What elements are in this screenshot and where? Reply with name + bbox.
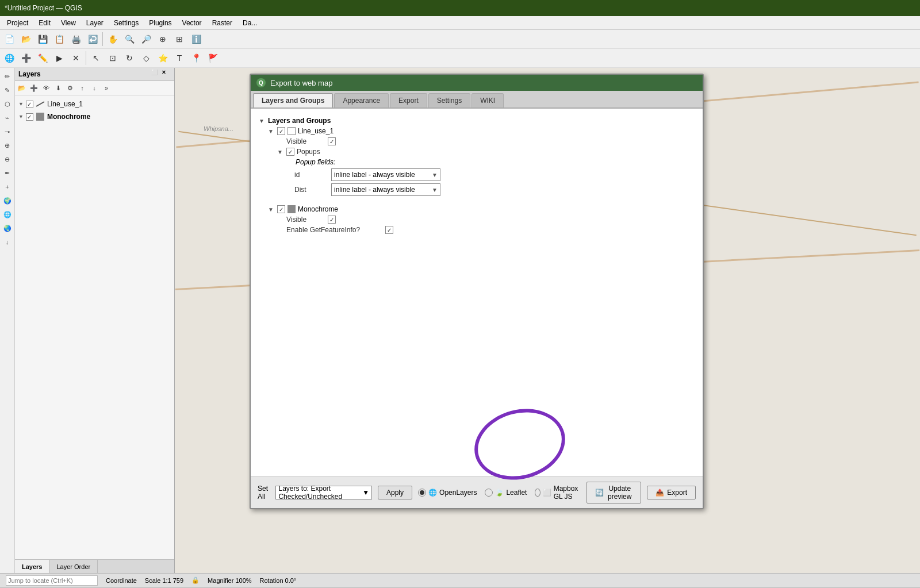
- gfi-label: Enable GetFeatureInfo?: [286, 226, 378, 234]
- zoom-full-button[interactable]: ⊕: [155, 31, 171, 47]
- settings-layer-icon[interactable]: ⚙: [64, 82, 76, 94]
- sort-down-icon[interactable]: ↓: [89, 82, 100, 94]
- zoom-layer-button[interactable]: ⊞: [171, 31, 187, 47]
- tab-layers[interactable]: Layers: [15, 560, 49, 573]
- openlayers-radio[interactable]: [418, 489, 426, 497]
- tab-settings[interactable]: Settings: [428, 93, 470, 107]
- update-preview-button[interactable]: 🔄 Update preview: [586, 482, 641, 504]
- openlayers-icon: 🌐: [428, 489, 437, 497]
- edit-icon[interactable]: ✎: [1, 84, 14, 97]
- split-icon[interactable]: ⊸: [1, 125, 14, 138]
- globe3-icon[interactable]: 🌐: [1, 208, 14, 221]
- tab-appearance[interactable]: Appearance: [334, 93, 389, 107]
- filter-layer-icon[interactable]: ⬇: [52, 82, 64, 94]
- plus-circle-icon[interactable]: ⊕: [1, 139, 14, 152]
- flag-button[interactable]: 🚩: [205, 50, 221, 66]
- arrow-down-icon[interactable]: ↓: [1, 236, 14, 248]
- vertex-button[interactable]: ◇: [138, 50, 154, 66]
- add-group-icon[interactable]: ➕: [28, 82, 40, 94]
- visible-checkbox[interactable]: ✓: [328, 137, 336, 145]
- popups-expander[interactable]: ▼: [276, 148, 284, 156]
- rotate-button[interactable]: ↻: [121, 50, 137, 66]
- add-layer-button[interactable]: ➕: [18, 50, 34, 66]
- digitize-button[interactable]: ✏️: [34, 50, 51, 66]
- warp-icon[interactable]: ⌁: [1, 112, 14, 124]
- mono-expander-btn[interactable]: ▼: [267, 205, 275, 213]
- minus-circle-icon[interactable]: ⊖: [1, 153, 14, 166]
- plus-icon[interactable]: +: [1, 180, 14, 193]
- layer1-checkbox[interactable]: [26, 101, 33, 108]
- menu-raster[interactable]: Raster: [208, 18, 237, 28]
- expand-layers-button[interactable]: ⬜: [151, 70, 160, 79]
- menu-project[interactable]: Project: [2, 18, 33, 28]
- apply-button[interactable]: Apply: [378, 486, 412, 499]
- tab-export[interactable]: Export: [390, 93, 427, 107]
- menu-edit[interactable]: Edit: [34, 18, 55, 28]
- popups-checked[interactable]: ✓: [286, 148, 294, 156]
- line-expander[interactable]: ▼: [267, 127, 275, 135]
- tab-wiki[interactable]: WIKI: [471, 93, 504, 107]
- globe2-icon[interactable]: 🌍: [1, 194, 14, 207]
- tab-layer-order[interactable]: Layer Order: [49, 560, 98, 573]
- menu-plugins[interactable]: Plugins: [144, 18, 176, 28]
- pencil-icon[interactable]: ✒: [1, 167, 14, 179]
- annotation-button[interactable]: 📍: [188, 50, 204, 66]
- save-as-button[interactable]: 📋: [51, 31, 67, 47]
- globe4-icon[interactable]: 🌏: [1, 222, 14, 235]
- title-bar: *Untitled Project — QGIS: [0, 0, 920, 16]
- dist-dropdown[interactable]: inline label - always visible ▼: [331, 183, 440, 196]
- id-dropdown[interactable]: inline label - always visible ▼: [331, 168, 440, 181]
- openlayers-option[interactable]: 🌐 OpenLayers: [418, 489, 477, 497]
- sort-up-icon[interactable]: ↑: [76, 82, 88, 94]
- undo-button[interactable]: ↩️: [85, 31, 101, 47]
- close-layers-button[interactable]: ✕: [162, 70, 171, 79]
- deselect-button[interactable]: ✕: [68, 50, 84, 66]
- open-layer-icon[interactable]: 📂: [16, 82, 28, 94]
- zoom-in-button[interactable]: 🔍: [121, 31, 137, 47]
- new-project-button[interactable]: 📄: [1, 31, 17, 47]
- arrow-button[interactable]: ↖: [88, 50, 104, 66]
- mapbox-option[interactable]: ⬜ Mapbox GL JS: [535, 485, 581, 501]
- layer-monochrome-item[interactable]: ▼ Monochrome: [15, 110, 174, 123]
- zoom-out-button[interactable]: 🔎: [138, 31, 154, 47]
- more-icon[interactable]: »: [101, 82, 112, 94]
- globe-button[interactable]: 🌐: [1, 50, 17, 66]
- locate-input[interactable]: [6, 575, 98, 586]
- digitize-icon[interactable]: ✏: [1, 70, 14, 83]
- mono-visible-checkbox[interactable]: ✓: [328, 216, 336, 224]
- leaflet-option[interactable]: 🍃 Leaflet: [485, 489, 527, 497]
- line-label: Line_use_1: [298, 127, 334, 135]
- layer-list: ▼ Line_use_1 ▼ Monochrome: [15, 95, 174, 125]
- toolbar-main: 📄 📂 💾 📋 🖨️ ↩️ ✋ 🔍 🔎 ⊕ ⊞ ℹ️: [0, 30, 920, 49]
- mapbox-radio[interactable]: [535, 489, 540, 497]
- mono-checked[interactable]: ✓: [277, 205, 285, 213]
- show-layer-icon[interactable]: 👁: [40, 82, 52, 94]
- export-button[interactable]: 📤 Export: [647, 486, 696, 499]
- star-button[interactable]: ⭐: [155, 50, 171, 66]
- select-button[interactable]: ▶: [51, 50, 67, 66]
- label-button[interactable]: T: [171, 50, 187, 66]
- gfi-checkbox[interactable]: ✓: [385, 226, 393, 234]
- node-icon[interactable]: ⬡: [1, 98, 14, 110]
- node-button[interactable]: ⊡: [105, 50, 121, 66]
- dialog-content-area: ▼ Layers and Groups ▼ ✓ Line_use_1 Visib…: [251, 109, 703, 476]
- leaflet-radio[interactable]: [485, 489, 493, 497]
- menu-more[interactable]: Da...: [238, 18, 262, 28]
- root-expander[interactable]: ▼: [258, 117, 266, 125]
- tab-layers-groups[interactable]: Layers and Groups: [253, 93, 333, 107]
- layer-group-item[interactable]: ▼ Line_use_1: [15, 98, 174, 110]
- layer2-checkbox[interactable]: [26, 113, 33, 121]
- pan-button[interactable]: ✋: [105, 31, 121, 47]
- line-checked[interactable]: ✓: [277, 127, 285, 135]
- menu-layer[interactable]: Layer: [82, 18, 108, 28]
- open-project-button[interactable]: 📂: [18, 31, 34, 47]
- set-all-dropdown[interactable]: Layers to: Export Checked/Unchecked ▼: [275, 486, 372, 499]
- menu-settings[interactable]: Settings: [109, 18, 143, 28]
- lock-icon: 🔒: [189, 577, 202, 584]
- save-button[interactable]: 💾: [34, 31, 51, 47]
- menu-view[interactable]: View: [56, 18, 80, 28]
- map-area[interactable]: Whipsna... Q Export to web map Layers an…: [175, 68, 920, 573]
- print-button[interactable]: 🖨️: [68, 31, 84, 47]
- menu-vector[interactable]: Vector: [178, 18, 206, 28]
- identify-button[interactable]: ℹ️: [188, 31, 204, 47]
